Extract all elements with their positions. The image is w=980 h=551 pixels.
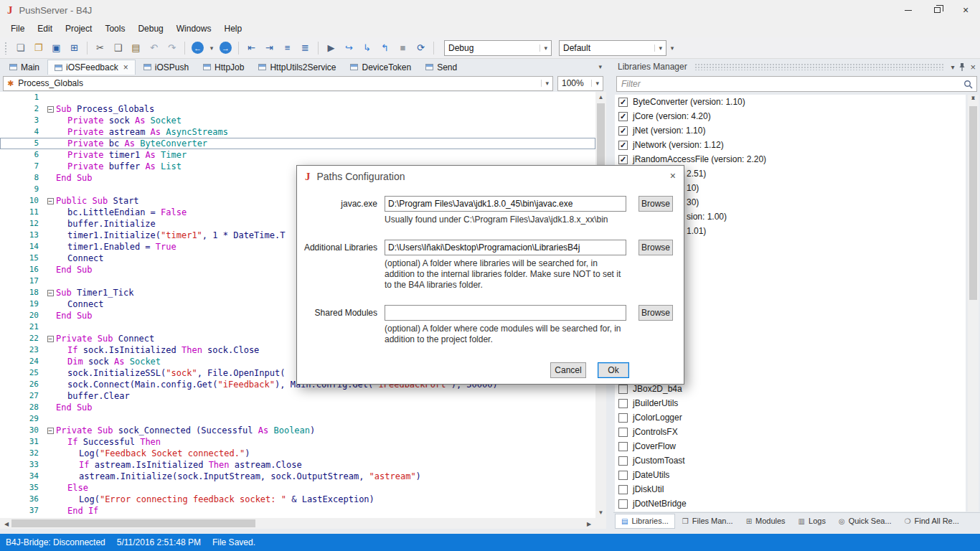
- line-number[interactable]: 20: [0, 310, 44, 321]
- open-icon[interactable]: ❐: [30, 40, 47, 56]
- line-number[interactable]: 28: [0, 402, 44, 413]
- menu-item-windows[interactable]: Windows: [170, 22, 218, 36]
- indent-icon[interactable]: ⇥: [261, 40, 278, 56]
- line-number[interactable]: 4: [0, 126, 44, 138]
- library-checkbox[interactable]: ✓: [618, 155, 628, 164]
- run-configuration-combo[interactable]: Default▾: [559, 40, 666, 56]
- cancel-button[interactable]: Cancel: [550, 362, 586, 378]
- line-number[interactable]: 36: [0, 494, 44, 505]
- menu-item-help[interactable]: Help: [217, 22, 248, 36]
- library-checkbox[interactable]: [618, 485, 628, 494]
- code-line[interactable]: 29: [0, 413, 595, 425]
- code-line[interactable]: 31If Successful Then: [0, 436, 595, 448]
- run-icon[interactable]: ▶: [323, 40, 339, 56]
- menu-item-debug[interactable]: Debug: [131, 22, 169, 36]
- line-number[interactable]: 35: [0, 482, 44, 494]
- line-number[interactable]: 37: [0, 505, 44, 517]
- additional-libraries-browse-button[interactable]: Browse: [639, 240, 673, 255]
- scroll-up-icon[interactable]: ▲: [595, 94, 606, 100]
- back-history-chevron-icon[interactable]: ▾: [207, 40, 216, 56]
- fold-collapse-icon[interactable]: −: [47, 428, 54, 434]
- new-icon[interactable]: ❏: [12, 40, 29, 56]
- library-scroll-thumb[interactable]: [969, 106, 977, 300]
- library-checkbox[interactable]: ✓: [618, 141, 628, 150]
- navigate-forward-icon[interactable]: →: [217, 40, 234, 56]
- shared-modules-input[interactable]: [385, 305, 626, 321]
- library-checkbox[interactable]: [618, 399, 628, 408]
- line-number[interactable]: 25: [0, 367, 44, 379]
- ok-button[interactable]: Ok: [598, 362, 629, 378]
- line-number[interactable]: 8: [0, 172, 44, 184]
- code-line[interactable]: 5Private bc As ByteConverter: [0, 138, 595, 149]
- panel-close-icon[interactable]: ×: [970, 62, 976, 72]
- tab-iosfeedback[interactable]: iOSFeedback×: [47, 60, 136, 75]
- dialog-close-icon[interactable]: ×: [670, 171, 676, 181]
- line-number[interactable]: 10: [0, 195, 44, 207]
- library-item-jdiskutil[interactable]: jDiskUtil: [615, 482, 966, 496]
- bottom-tab-find-all-re[interactable]: ❍Find All Re...: [899, 514, 965, 529]
- menu-item-edit[interactable]: Edit: [31, 22, 59, 36]
- fold-collapse-icon[interactable]: −: [47, 290, 54, 296]
- editor-horizontal-scrollbar[interactable]: ◀ ▶: [0, 518, 595, 529]
- search-icon[interactable]: [963, 80, 973, 89]
- library-checkbox[interactable]: ✓: [618, 112, 628, 121]
- line-number[interactable]: 16: [0, 264, 44, 276]
- line-number[interactable]: 14: [0, 241, 44, 253]
- library-checkbox[interactable]: [618, 499, 628, 509]
- line-number[interactable]: 18: [0, 287, 44, 298]
- scroll-down-icon[interactable]: ▼: [968, 95, 979, 101]
- navigate-back-icon[interactable]: ←: [189, 40, 206, 56]
- build-configuration-combo[interactable]: Debug▾: [444, 40, 552, 56]
- library-checkbox[interactable]: ✓: [618, 126, 628, 136]
- save-icon[interactable]: ▣: [48, 40, 65, 56]
- zoom-combo[interactable]: 100% ▾: [557, 76, 603, 91]
- step-into-icon[interactable]: ↳: [359, 40, 375, 56]
- line-number[interactable]: 29: [0, 413, 44, 425]
- line-number[interactable]: 13: [0, 230, 44, 241]
- step-out-icon[interactable]: ↰: [377, 40, 393, 56]
- library-checkbox[interactable]: [618, 471, 628, 480]
- line-number[interactable]: 34: [0, 471, 44, 482]
- tab-main[interactable]: Main: [3, 60, 46, 75]
- code-line[interactable]: 4Private astream As AsyncStreams: [0, 126, 595, 138]
- line-number[interactable]: 9: [0, 184, 44, 195]
- line-number[interactable]: 30: [0, 425, 44, 436]
- library-checkbox[interactable]: [618, 456, 628, 466]
- tab-devicetoken[interactable]: DeviceToken: [344, 60, 418, 75]
- line-number[interactable]: 24: [0, 356, 44, 367]
- line-number[interactable]: 23: [0, 344, 44, 356]
- code-line[interactable]: 28End Sub: [0, 402, 595, 413]
- tab-iospush[interactable]: iOSPush: [137, 60, 195, 75]
- tab-httputils2service[interactable]: HttpUtils2Service: [252, 60, 342, 75]
- library-item-jdotnetbridge[interactable]: jDotNetBridge: [615, 496, 966, 511]
- paste-icon[interactable]: ▤: [128, 40, 144, 56]
- line-number[interactable]: 22: [0, 333, 44, 344]
- code-line[interactable]: 34astream.Initialize(sock.InputStream, s…: [0, 471, 595, 482]
- comment-icon[interactable]: ≡: [279, 40, 296, 56]
- minimize-button[interactable]: [894, 0, 923, 20]
- menu-item-file[interactable]: File: [4, 22, 31, 36]
- panel-grip[interactable]: [694, 63, 944, 70]
- toolbar-overflow-icon[interactable]: ▾: [668, 40, 677, 56]
- line-number[interactable]: 27: [0, 390, 44, 402]
- line-number[interactable]: 1: [0, 92, 44, 103]
- library-item-jnetwork[interactable]: ✓jNetwork (version: 1.12): [615, 138, 966, 152]
- library-item-jcoverflow[interactable]: jCoverFlow: [615, 439, 966, 453]
- undo-icon[interactable]: ↶: [146, 40, 162, 56]
- line-number[interactable]: 17: [0, 276, 44, 287]
- stop-icon[interactable]: ■: [395, 40, 411, 56]
- uncomment-icon[interactable]: ≣: [297, 40, 314, 56]
- bottom-tab-modules[interactable]: ⊞Modules: [740, 514, 791, 529]
- cut-icon[interactable]: ✂: [92, 40, 108, 56]
- code-line[interactable]: 6Private timer1 As Timer: [0, 149, 595, 161]
- bottom-tab-libraries[interactable]: ▤Libraries...: [615, 514, 675, 529]
- library-item-jcore[interactable]: ✓jCore (version: 4.20): [615, 109, 966, 123]
- line-number[interactable]: 19: [0, 298, 44, 310]
- line-number[interactable]: 26: [0, 379, 44, 390]
- library-item-jcustomtoast[interactable]: jCustomToast: [615, 453, 966, 468]
- fold-collapse-icon[interactable]: −: [47, 106, 54, 113]
- code-line[interactable]: 37End If: [0, 505, 595, 517]
- scroll-left-icon[interactable]: ◀: [2, 521, 11, 527]
- library-checkbox[interactable]: ✓: [618, 98, 628, 107]
- library-item-jbuilderutils[interactable]: jBuilderUtils: [615, 396, 966, 410]
